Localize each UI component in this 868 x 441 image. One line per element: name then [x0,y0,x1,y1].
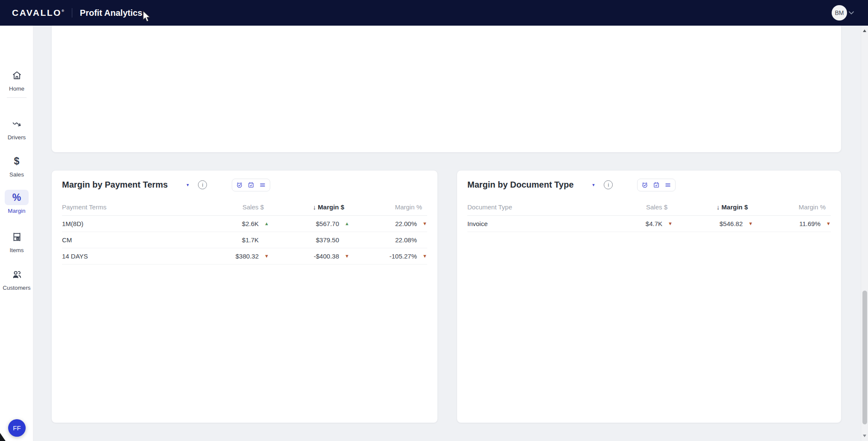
topbar-divider [72,8,72,18]
table-row[interactable]: 14 DAYS $380.32▼ -$400.38▼ -105.27%▼ [62,248,427,265]
table-row[interactable]: Invoice $4.7K▼ $546.82▼ 11.69%▼ [467,216,831,232]
view-toggle-group [232,179,270,191]
sales-cell: $1.7K [189,236,269,244]
sidebar-item-home[interactable]: Home [0,68,33,92]
info-icon[interactable]: i [198,180,207,189]
margin-pct-cell: 11.69%▼ [753,220,831,227]
sidebar-item-items[interactable]: Items [0,229,33,253]
dropdown-caret-icon[interactable]: ▼ [186,183,189,187]
sidebar-divider [7,97,27,98]
trend-icon: ▼ [417,221,427,226]
trend-arrow-icon [12,119,22,129]
table-header-row: Document Type Sales $ ↓Margin $ Margin % [467,199,831,216]
column-header-dimension[interactable]: Payment Terms [62,203,189,211]
sidebar-item-label: Items [0,247,33,253]
chat-widget-button[interactable]: FF [8,419,26,437]
sidebar-nav: Home Drivers $ Sales % Margin Items Cust… [0,26,33,441]
row-name-cell: CM [62,236,189,244]
sidebar-item-customers[interactable]: Customers [0,267,33,291]
margin-by-payment-terms-card: Margin by Payment Terms ▼ i Payment Term… [51,170,438,423]
user-avatar[interactable]: BM [832,5,847,21]
margin-cell: -$400.38▼ [269,253,349,260]
sidebar-item-label: Drivers [0,134,33,141]
shelf-icon [12,232,22,242]
trend-icon: ▼ [743,221,753,226]
chevron-down-icon[interactable] [848,11,854,15]
row-name-cell: 1M(8D) [62,220,189,227]
scrollbar-down-arrow[interactable] [863,435,866,437]
info-icon[interactable]: i [604,180,613,189]
margin-pct-cell: -105.27%▼ [349,253,427,260]
sales-cell: $2.6K▲ [189,220,269,227]
calendar-check-icon[interactable] [653,182,660,188]
card-title: Margin by Document Type [467,180,574,190]
table-rows-icon[interactable] [259,182,266,188]
vertical-scrollbar[interactable] [861,26,868,441]
clock-check-icon[interactable] [641,182,648,188]
trend-icon: ▼ [821,221,831,226]
margin-cell: $567.70▲ [269,220,349,227]
trend-icon: ▼ [662,221,673,226]
row-name-cell: Invoice [467,220,592,227]
sidebar-item-label: Sales [0,171,33,178]
scrollbar-up-arrow[interactable] [863,29,866,32]
margin-pct-cell: 22.08% [349,236,427,244]
sidebar-item-label: Home [0,85,33,92]
margin-cell: $379.50 [269,236,349,244]
row-name-cell: 14 DAYS [62,253,189,260]
margin-cell: $546.82▼ [673,220,753,227]
column-header-margin-pct[interactable]: Margin % [349,203,427,211]
sort-desc-icon: ↓ [717,203,720,211]
table-header-row: Payment Terms Sales $ ↓Margin $ Margin % [62,199,427,216]
sales-cell: $4.7K▼ [592,220,673,227]
trend-icon: ▼ [259,254,269,259]
sidebar-item-drivers[interactable]: Drivers [0,116,33,141]
table-rows-icon[interactable] [664,182,671,188]
column-header-margin-sorted[interactable]: ↓Margin $ [269,203,349,211]
column-header-sales[interactable]: Sales $ [189,203,269,211]
column-header-margin-pct[interactable]: Margin % [753,203,831,211]
table-row[interactable]: CM $1.7K $379.50 22.08% [62,232,427,248]
margin-by-document-type-card: Margin by Document Type ▼ i Document Typ… [457,170,841,423]
sidebar-item-label: Margin [0,208,33,214]
column-header-dimension[interactable]: Document Type [467,203,592,211]
card-title: Margin by Payment Terms [62,180,168,190]
column-header-sales[interactable]: Sales $ [592,203,673,211]
percent-icon: % [12,193,21,203]
clock-check-icon[interactable] [236,182,243,188]
margin-pct-cell: 22.00%▼ [349,220,427,227]
sidebar-item-label: Customers [0,285,33,291]
calendar-check-icon[interactable] [248,182,254,188]
payment-terms-table: Payment Terms Sales $ ↓Margin $ Margin %… [62,199,427,265]
trend-icon: ▼ [417,254,427,259]
sidebar-item-sales[interactable]: $ Sales [0,153,33,178]
sidebar-item-margin[interactable]: % Margin [0,190,33,214]
home-icon [12,70,22,81]
corner-artifact [0,433,6,441]
view-toggle-group [637,179,676,191]
customers-icon [12,269,22,280]
document-type-table: Document Type Sales $ ↓Margin $ Margin %… [467,199,831,232]
top-bar: CAVALLO® Profit Analytics BM [0,0,868,26]
trend-icon: ▲ [259,221,269,226]
cavallo-logo: CAVALLO® [12,8,64,18]
dropdown-caret-icon[interactable]: ▼ [592,183,596,187]
column-header-margin-sorted[interactable]: ↓Margin $ [673,203,753,211]
top-chart-card [51,26,841,153]
app-title: Profit Analytics [80,8,142,18]
trend-icon: ▼ [339,254,349,259]
dollar-icon: $ [14,156,20,166]
table-row[interactable]: 1M(8D) $2.6K▲ $567.70▲ 22.00%▼ [62,216,427,232]
sort-desc-icon: ↓ [313,203,316,211]
scrollbar-thumb[interactable] [862,291,867,424]
trend-icon: ▲ [339,221,349,226]
sales-cell: $380.32▼ [189,253,269,260]
